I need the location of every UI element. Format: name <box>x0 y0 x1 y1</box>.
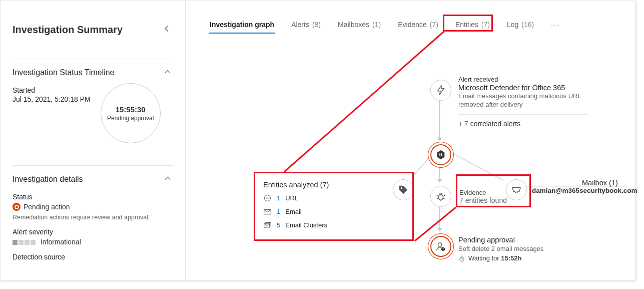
alert-source: Microsoft Defender for Office 365 <box>458 84 598 92</box>
evidence-count: 7 entities found <box>459 196 507 204</box>
timeline-collapse-button[interactable] <box>162 66 173 79</box>
node-pending-approval[interactable] <box>430 236 451 257</box>
mailbox-heading: Mailbox (1) <box>582 179 632 187</box>
status-label: Status <box>13 193 173 201</box>
tab-label: Investigation graph <box>210 21 274 29</box>
pending-timer: 15:55:30 Pending approval <box>101 83 161 143</box>
entities-heading: Entities analyzed (7) <box>263 181 386 189</box>
svg-rect-13 <box>443 248 443 249</box>
tab-mailboxes[interactable]: Mailboxes (1) <box>338 21 381 34</box>
svg-rect-14 <box>443 250 443 250</box>
pending-action-icon <box>13 203 21 211</box>
entity-row-email-clusters[interactable]: 5 Email Clusters <box>263 221 386 229</box>
tab-investigation-graph[interactable]: Investigation graph <box>210 21 274 34</box>
svg-point-11 <box>438 243 442 246</box>
details-heading: Investigation details <box>13 175 83 184</box>
entities-analyzed-card: Entities analyzed (7) 1 URL 1 Email 5 Em… <box>263 176 393 239</box>
chevron-up-icon <box>164 175 171 182</box>
tab-count: (1) <box>372 21 381 29</box>
node-correlated-alerts[interactable] <box>430 144 451 165</box>
sidebar-title: Investigation Summary <box>13 24 123 36</box>
mail-cluster-icon <box>263 221 272 229</box>
user-alert-icon <box>435 241 446 252</box>
evidence-card: Evidence 7 entities found <box>459 189 507 204</box>
timer-value: 15:55:30 <box>116 105 146 114</box>
details-collapse-button[interactable] <box>162 173 173 186</box>
tabs-overflow-button[interactable]: ··· <box>551 21 560 34</box>
status-value: Pending action <box>24 203 70 211</box>
details-section: Investigation details Status Pending act… <box>13 165 173 261</box>
investigation-graph-main: Investigation graph Alerts (8) Mailboxes… <box>186 1 635 280</box>
started-label: Started <box>13 86 91 94</box>
mailbox-card: Mailbox (1) damian@m365securitybook.com <box>532 179 632 194</box>
severity-label: Alert severity <box>13 228 173 236</box>
tab-evidence[interactable]: Evidence (7) <box>398 21 438 34</box>
severity-value-row: Informational <box>13 238 173 246</box>
alert-description: Email messages containing malicious URL … <box>458 92 598 109</box>
svg-point-8 <box>401 187 402 189</box>
tab-label: Entities <box>455 21 478 29</box>
timeline-section: Investigation Status Timeline Started Ju… <box>13 59 173 143</box>
svg-line-1 <box>414 157 430 175</box>
pending-approval-label: Pending approval <box>458 236 544 244</box>
node-entities-analyzed[interactable] <box>393 179 414 200</box>
svg-point-10 <box>440 193 442 195</box>
mail-icon <box>263 207 272 216</box>
stopwatch-icon <box>458 255 465 262</box>
chevron-left-icon <box>163 25 171 33</box>
chevron-up-icon <box>164 68 171 75</box>
node-alert-received[interactable] <box>430 80 451 101</box>
started-timestamp: Jul 15, 2021, 5:20:18 PM <box>13 95 91 103</box>
bolt-icon <box>435 85 446 96</box>
tab-count: (7) <box>481 21 490 29</box>
tab-bar: Investigation graph Alerts (8) Mailboxes… <box>186 19 635 36</box>
investigation-graph: Alert received Microsoft Defender for Of… <box>186 36 635 280</box>
pending-approval-timer: Waiting for 15:52h <box>458 254 544 262</box>
investigation-summary-sidebar: Investigation Summary Investigation Stat… <box>1 1 186 280</box>
tab-count: (8) <box>312 21 321 29</box>
detection-source-label: Detection source <box>13 253 173 261</box>
timeline-heading: Investigation Status Timeline <box>13 68 115 77</box>
svg-point-17 <box>267 198 268 199</box>
svg-rect-6 <box>439 153 440 156</box>
status-value-row: Pending action <box>13 203 173 211</box>
pending-approval-card: Pending approval Soft delete 2 email mes… <box>458 236 544 262</box>
tab-count: (16) <box>521 21 534 29</box>
node-mailbox[interactable] <box>506 179 527 200</box>
tab-label: Evidence <box>398 21 427 29</box>
tab-count: (7) <box>430 21 438 29</box>
bug-icon <box>435 191 446 202</box>
evidence-label: Evidence <box>459 189 507 196</box>
tab-entities[interactable]: Entities (7) <box>455 21 490 34</box>
svg-point-16 <box>266 198 267 199</box>
svg-line-3 <box>450 152 503 180</box>
alert-received-label: Alert received <box>458 76 598 83</box>
entity-row-email[interactable]: 1 Email <box>263 207 386 216</box>
status-note: Remediation actions require review and a… <box>13 214 173 221</box>
correlated-alerts-link[interactable]: + 7 correlated alerts <box>458 120 598 128</box>
hexagon-pause-icon <box>435 149 446 160</box>
mailbox-address[interactable]: damian@m365securitybook.com <box>532 187 632 194</box>
severity-value: Informational <box>41 238 81 246</box>
tab-label: Log <box>507 21 518 29</box>
svg-rect-7 <box>441 153 442 156</box>
tab-alerts[interactable]: Alerts (8) <box>291 21 321 34</box>
severity-bar-icon <box>13 240 36 245</box>
tab-label: Mailboxes <box>338 21 369 29</box>
inbox-icon <box>511 184 522 195</box>
pending-approval-desc: Soft delete 2 email messages <box>458 245 544 252</box>
svg-point-18 <box>268 198 269 199</box>
tab-log[interactable]: Log (16) <box>507 21 534 34</box>
node-evidence[interactable] <box>430 186 451 207</box>
url-icon <box>263 194 272 202</box>
tab-label: Alerts <box>291 21 309 29</box>
timer-caption: Pending approval <box>107 115 154 122</box>
alert-received-info: Alert received Microsoft Defender for Of… <box>458 76 598 128</box>
entity-row-url[interactable]: 1 URL <box>263 194 386 202</box>
tag-icon <box>398 184 409 195</box>
collapse-sidebar-button[interactable] <box>161 23 173 37</box>
